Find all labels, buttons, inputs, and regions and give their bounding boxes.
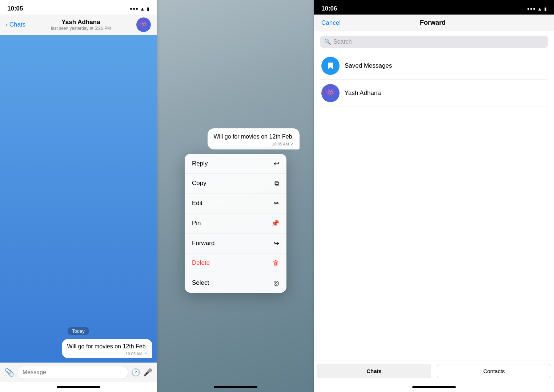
avatar-image: 👾 (136, 17, 151, 32)
reply-label: Reply (192, 160, 208, 167)
chat-contact-info: Yash Adhana last seen yesterday at 5:26 … (29, 19, 133, 31)
floating-message-meta: 10:05 AM ✓ (213, 142, 294, 147)
menu-item-forward[interactable]: Forward ↪ (185, 233, 286, 253)
status-bar-chat: 10:05 ▲ ▮ (0, 0, 157, 15)
message-checkmark: ✓ (144, 351, 147, 356)
pin-label: Pin (192, 220, 201, 227)
signal-dots-forward (527, 8, 535, 10)
signal-dots (130, 8, 138, 10)
home-indicator-chat (0, 382, 157, 392)
floating-message-check: ✓ (290, 142, 294, 147)
chat-header: ‹ Chats Yash Adhana last seen yesterday … (0, 15, 157, 35)
yash-avatar: 👾 (321, 84, 340, 102)
delete-icon: 🗑 (273, 259, 279, 267)
floating-message-time: 10:05 AM (272, 142, 289, 146)
bookmark-icon (325, 61, 336, 71)
last-seen-text: last seen yesterday at 5:26 PM (29, 26, 133, 31)
mic-icon[interactable]: 🎤 (143, 368, 152, 377)
status-icons-chat: ▲ ▮ (130, 6, 149, 12)
menu-item-copy[interactable]: Copy ⧉ (185, 174, 286, 193)
date-label: Today (68, 327, 89, 335)
yash-name: Yash Adhana (345, 89, 381, 97)
status-icons-forward: ▲ ▮ (527, 6, 547, 12)
battery-icon-forward: ▮ (544, 6, 547, 12)
contacts-tab[interactable]: Contacts (437, 364, 551, 378)
floating-message-text: Will go for movies on 12th Feb. (213, 133, 294, 141)
contact-avatar[interactable]: 👾 (136, 17, 151, 32)
dot3 (136, 8, 138, 10)
message-input[interactable] (17, 366, 128, 379)
delete-label: Delete (192, 259, 210, 267)
message-time: 10:05 AM (126, 352, 142, 356)
search-icon: 🔍 (324, 39, 331, 45)
chat-input-bar: 📎 🕐 🎤 (0, 363, 157, 382)
dot1f (527, 8, 529, 10)
menu-overlay: Will go for movies on 12th Feb. 10:05 AM… (157, 0, 314, 392)
saved-messages-name: Saved Messages (345, 62, 392, 69)
pin-icon: 📌 (271, 219, 279, 227)
forward-bottom-tabs: Chats Contacts (314, 360, 554, 382)
status-bar-forward: 10:06 ▲ ▮ (314, 0, 554, 15)
wifi-icon-forward: ▲ (537, 6, 542, 12)
forward-title: Forward (420, 19, 446, 27)
menu-item-select[interactable]: Select ◎ (185, 273, 286, 293)
search-placeholder-text: Search (333, 39, 352, 45)
wifi-icon: ▲ (140, 6, 145, 12)
forward-label: Forward (192, 240, 214, 247)
home-indicator-forward (314, 382, 554, 392)
dot1 (130, 8, 132, 10)
copy-icon: ⧉ (274, 180, 279, 187)
emoji-icon[interactable]: 🕐 (131, 368, 140, 377)
back-button[interactable]: ‹ Chats (6, 21, 25, 28)
home-bar-chat (57, 386, 100, 388)
attach-icon[interactable]: 📎 (4, 368, 14, 377)
contact-item-saved-messages[interactable]: Saved Messages (320, 52, 548, 80)
home-indicator-menu (157, 382, 314, 392)
context-menu: Reply ↩ Copy ⧉ Edit ✏ Pin 📌 Forward ↪ De… (185, 154, 286, 293)
battery-icon: ▮ (147, 6, 149, 12)
contact-list: Saved Messages 👾 Yash Adhana (314, 52, 554, 360)
edit-icon: ✏ (274, 199, 279, 207)
dot2f (530, 8, 532, 10)
select-icon: ◎ (273, 279, 279, 287)
contact-name: Yash Adhana (29, 19, 133, 26)
menu-item-edit[interactable]: Edit ✏ (185, 193, 286, 213)
message-bubble[interactable]: Will go for movies on 12th Feb. 10:05 AM… (62, 339, 152, 358)
message-text: Will go for movies on 12th Feb. (67, 343, 147, 351)
dot2 (133, 8, 135, 10)
search-bar[interactable]: 🔍 Search (320, 36, 548, 48)
saved-messages-avatar (321, 57, 340, 75)
chats-tab[interactable]: Chats (317, 364, 431, 378)
forward-panel: 10:06 ▲ ▮ Cancel Forward 🔍 Search Saved (314, 0, 554, 392)
back-chevron-icon: ‹ (6, 21, 8, 28)
select-label: Select (192, 279, 209, 287)
menu-item-pin[interactable]: Pin 📌 (185, 213, 286, 233)
contact-item-yash[interactable]: 👾 Yash Adhana (320, 80, 548, 107)
message-meta: 10:05 AM ✓ (67, 351, 147, 356)
forward-header: Cancel Forward (314, 15, 554, 31)
copy-label: Copy (192, 180, 206, 187)
reply-icon: ↩ (274, 160, 279, 168)
forward-icon: ↪ (274, 239, 279, 247)
home-bar-menu (214, 386, 257, 388)
status-time-forward: 10:06 (321, 5, 337, 12)
back-label[interactable]: Chats (9, 21, 25, 28)
menu-item-reply[interactable]: Reply ↩ (185, 154, 286, 174)
home-bar-forward (412, 386, 456, 388)
chat-panel: 10:05 ▲ ▮ ‹ Chats Yash Adhana last seen … (0, 0, 157, 392)
cancel-button[interactable]: Cancel (321, 19, 341, 27)
status-time-chat: 10:05 (7, 5, 23, 12)
dot3f (533, 8, 535, 10)
menu-item-delete[interactable]: Delete 🗑 (185, 253, 286, 273)
edit-label: Edit (192, 200, 202, 207)
chat-body: Today Will go for movies on 12th Feb. 10… (0, 35, 157, 363)
floating-message-bubble: Will go for movies on 12th Feb. 10:05 AM… (208, 128, 300, 149)
context-menu-panel: Will go for movies on 12th Feb. 10:05 AM… (157, 0, 314, 392)
